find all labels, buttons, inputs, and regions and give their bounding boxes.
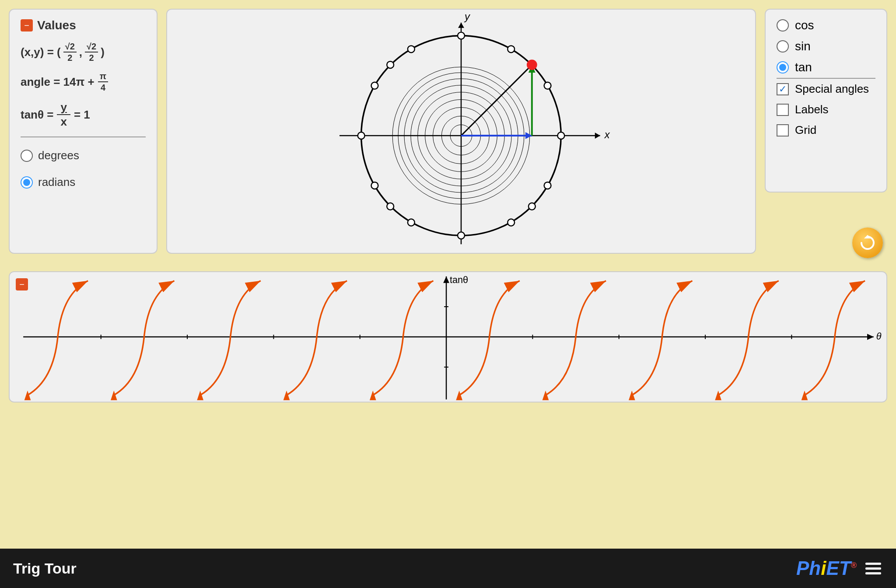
svg-point-18 bbox=[458, 232, 465, 239]
grid-checkbox[interactable]: Grid bbox=[777, 123, 875, 137]
refresh-button[interactable] bbox=[852, 228, 883, 258]
tan-radio-circle[interactable] bbox=[777, 61, 789, 74]
svg-point-29 bbox=[508, 219, 514, 226]
unit-circle-panel[interactable]: x y bbox=[166, 9, 756, 254]
svg-point-28 bbox=[408, 219, 415, 226]
y-axis-label: tanθ bbox=[450, 274, 468, 285]
cos-radio-circle[interactable] bbox=[777, 19, 789, 32]
svg-point-15 bbox=[557, 132, 564, 139]
hamburger-line-2 bbox=[865, 567, 881, 570]
angle-fraction: π 4 bbox=[98, 71, 108, 93]
xy-value: (x,y) = ( √2 2 , √2 2 ) bbox=[21, 41, 146, 63]
tan-fraction: y x bbox=[57, 101, 70, 129]
svg-point-25 bbox=[408, 46, 415, 52]
grid-checkbox-box[interactable] bbox=[777, 124, 789, 136]
options-divider bbox=[777, 78, 875, 79]
graph-panel[interactable]: − tanθ θ bbox=[9, 271, 887, 402]
labels-label: Labels bbox=[795, 103, 829, 116]
special-angles-checkbox[interactable]: ✓ Special angles bbox=[777, 82, 875, 96]
y-axis-label: y bbox=[464, 10, 471, 22]
cos-label: cos bbox=[795, 18, 814, 32]
degrees-label: degrees bbox=[38, 145, 79, 166]
tan-value: tanθ = y x = 1 bbox=[21, 101, 146, 129]
hamburger-line-3 bbox=[865, 572, 881, 574]
sin-radio-circle[interactable] bbox=[777, 40, 789, 52]
values-title: Values bbox=[37, 18, 76, 32]
unit-circle-svg[interactable]: x y bbox=[167, 10, 755, 253]
cos-radio[interactable]: cos bbox=[777, 18, 875, 32]
trig-function-group: cos sin tan bbox=[777, 18, 875, 74]
hamburger-menu-button[interactable] bbox=[864, 561, 883, 576]
values-panel: − Values (x,y) = ( √2 2 , √2 2 ) bbox=[9, 9, 158, 254]
radians-radio-circle[interactable] bbox=[21, 176, 33, 189]
svg-point-27 bbox=[371, 182, 378, 189]
radians-label: radians bbox=[38, 172, 75, 192]
svg-point-26 bbox=[371, 82, 378, 89]
values-collapse-button[interactable]: − bbox=[21, 19, 33, 32]
angle-unit-group: degrees radians bbox=[21, 145, 146, 192]
radians-radio[interactable]: radians bbox=[21, 172, 146, 192]
tan-label: tan bbox=[795, 60, 812, 74]
labels-checkbox[interactable]: Labels bbox=[777, 103, 875, 116]
svg-point-30 bbox=[544, 182, 551, 189]
phet-logo: PhiET® bbox=[796, 557, 857, 579]
special-angles-label: Special angles bbox=[795, 82, 869, 96]
svg-point-16 bbox=[458, 32, 465, 39]
y-fraction: √2 2 bbox=[85, 41, 98, 63]
footer: Trig Tour PhiET® bbox=[0, 549, 896, 588]
svg-point-24 bbox=[508, 46, 514, 52]
angle-value: angle = 14π + π 4 bbox=[21, 71, 146, 93]
footer-title: Trig Tour bbox=[13, 560, 77, 577]
svg-point-23 bbox=[544, 82, 551, 89]
labels-checkbox-box[interactable] bbox=[777, 104, 789, 116]
refresh-icon bbox=[859, 234, 876, 252]
svg-point-36 bbox=[527, 60, 537, 70]
right-column: cos sin tan ✓ Special angles bbox=[765, 9, 887, 267]
svg-point-21 bbox=[387, 203, 394, 210]
special-angles-checkbox-box[interactable]: ✓ bbox=[777, 83, 789, 95]
tan-radio[interactable]: tan bbox=[777, 60, 875, 74]
tan-graph-svg[interactable]: tanθ θ bbox=[10, 272, 886, 402]
svg-point-20 bbox=[387, 61, 394, 68]
values-divider bbox=[21, 136, 146, 137]
svg-point-17 bbox=[358, 132, 365, 139]
grid-label: Grid bbox=[795, 123, 816, 137]
svg-point-22 bbox=[528, 203, 536, 210]
x-axis-label: x bbox=[604, 129, 610, 140]
graph-collapse-button[interactable]: − bbox=[16, 278, 28, 290]
hamburger-line-1 bbox=[865, 563, 881, 565]
degrees-radio[interactable]: degrees bbox=[21, 145, 146, 166]
options-panel: cos sin tan ✓ Special angles bbox=[765, 9, 887, 192]
x-fraction: √2 2 bbox=[63, 41, 77, 63]
sin-radio[interactable]: sin bbox=[777, 39, 875, 53]
degrees-radio-circle[interactable] bbox=[21, 150, 33, 162]
x-axis-label: θ bbox=[876, 331, 882, 342]
sin-label: sin bbox=[795, 39, 811, 53]
